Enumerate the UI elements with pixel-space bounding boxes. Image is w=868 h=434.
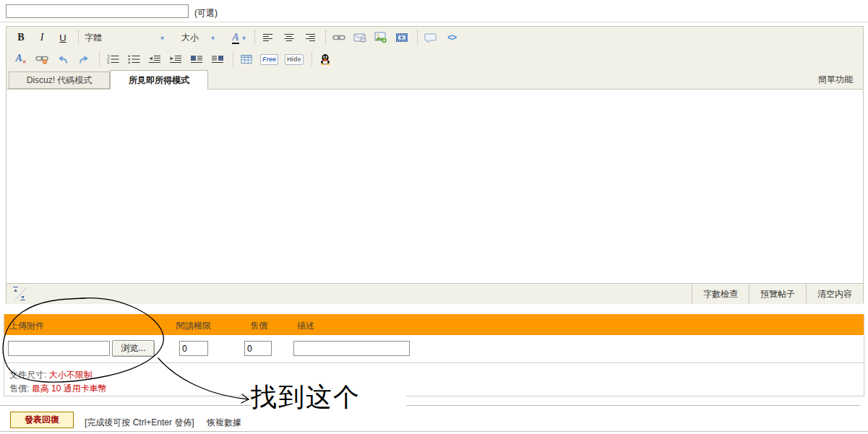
align-right-icon: [304, 32, 316, 43]
chevron-down-icon: ▾: [160, 34, 164, 42]
simple-mode-link[interactable]: 簡單功能: [818, 74, 853, 86]
insert-code-button[interactable]: <>: [444, 30, 459, 45]
redo-button[interactable]: [77, 52, 91, 67]
unordered-list-button[interactable]: [126, 52, 141, 67]
upload-attachment-header: 上傳附件: [9, 320, 44, 332]
insert-quote-button[interactable]: [424, 30, 438, 45]
redo-icon: [78, 55, 90, 64]
image-float-right-icon: [211, 54, 224, 64]
bold-button[interactable]: B: [14, 30, 28, 45]
tab-wysiwyg-mode[interactable]: 所見即所得模式: [110, 70, 208, 90]
attachment-header-bar: 上傳附件 閱讀權限 售價 描述: [4, 314, 864, 335]
email-icon: [353, 32, 367, 43]
hide-tag-button[interactable]: Hide: [285, 52, 304, 67]
toolbar-separator: [233, 52, 233, 66]
image-float-left-icon: [190, 54, 203, 64]
indent-button[interactable]: [168, 52, 183, 67]
price-limit-label: 售價:: [9, 383, 29, 394]
post-reply-page: (可選) B I U 字體 ▾ 大小 ▾ A ▾: [0, 0, 868, 434]
table-icon: [241, 54, 252, 64]
clear-content-button[interactable]: 清空内容: [806, 284, 863, 304]
subject-input[interactable]: [6, 4, 189, 18]
price-header: 售價: [250, 320, 267, 332]
insert-image-button[interactable]: [374, 30, 388, 45]
outdent-button[interactable]: [147, 52, 162, 67]
price-limit-value: 最高 10 通用卡車幣: [32, 383, 107, 394]
file-size-line: 文件尺寸: 大小不限制: [9, 368, 864, 382]
indent-icon: [169, 54, 182, 64]
toolbar-separator: [311, 52, 312, 66]
preview-post-button[interactable]: 預覽帖子: [749, 284, 806, 304]
description-header: 描述: [297, 320, 314, 332]
editor-resize-handle[interactable]: ▲ ▼: [11, 285, 33, 303]
read-permission-header: 閱讀權限: [176, 320, 211, 332]
editor-panel: B I U 字體 ▾ 大小 ▾ A ▾: [6, 26, 864, 303]
file-size-label: 文件尺寸:: [9, 370, 46, 380]
remove-format-button[interactable]: A×: [14, 52, 28, 67]
editor-content-area[interactable]: [7, 90, 863, 283]
footer-divider: [0, 405, 860, 406]
ordered-list-icon: [106, 54, 119, 64]
subject-optional-hint: (可選): [194, 7, 218, 19]
submit-reply-button[interactable]: 發表回復: [10, 412, 74, 428]
ctrl-enter-hint: [完成後可按 Ctrl+Enter 發佈]: [85, 417, 194, 429]
resize-up-icon: ▲: [13, 287, 18, 292]
price-input[interactable]: [244, 341, 272, 356]
align-center-button[interactable]: [282, 30, 296, 45]
description-input[interactable]: [293, 341, 410, 356]
browse-button[interactable]: 浏览...: [112, 340, 155, 357]
insert-email-button[interactable]: [353, 30, 367, 45]
attachment-input-row: 浏览...: [4, 335, 864, 363]
font-family-select[interactable]: 字體 ▾: [85, 32, 164, 44]
italic-button[interactable]: I: [35, 30, 49, 45]
resize-down-icon: ▼: [20, 295, 25, 300]
bottom-divider: [0, 431, 868, 432]
font-family-label: 字體: [85, 32, 102, 44]
image-float-left-button[interactable]: [189, 52, 204, 67]
editor-tabstrip: Discuz! 代碼模式 所見即所得模式 簡單功能: [7, 70, 863, 90]
underline-button[interactable]: U: [56, 30, 70, 45]
quote-bubble-icon: [424, 32, 437, 43]
toolbar-row-2: A× Free: [7, 48, 863, 70]
font-size-select[interactable]: 大小 ▾: [181, 32, 215, 44]
free-tag-icon: Free: [260, 54, 278, 65]
toolbar-separator: [325, 30, 326, 45]
font-color-picker[interactable]: A ▾: [232, 32, 246, 44]
file-path-input[interactable]: [8, 341, 110, 356]
attachment-panel: 上傳附件 閱讀權限 售價 描述 浏览... 文件尺寸: 大小不限制 售價: 最高…: [4, 314, 864, 396]
image-icon: [374, 32, 387, 43]
remove-format-icon: A×: [15, 53, 26, 66]
restore-data-link[interactable]: 恢複數據: [207, 417, 241, 429]
align-left-icon: [262, 32, 274, 43]
qq-emoticon-button[interactable]: [318, 52, 332, 67]
free-tag-button[interactable]: Free: [260, 52, 278, 67]
read-permission-input[interactable]: [179, 341, 208, 356]
toolbar-separator: [254, 30, 255, 45]
chevron-down-icon: ▾: [211, 34, 215, 42]
qq-penguin-icon: [319, 53, 331, 65]
insert-flash-button[interactable]: [395, 30, 409, 45]
top-divider: [0, 22, 868, 22]
toolbar-row-1: B I U 字體 ▾ 大小 ▾ A ▾: [7, 27, 863, 48]
toolbar-separator: [78, 30, 79, 45]
tab-discuz-code-mode[interactable]: Discuz! 代碼模式: [9, 71, 110, 89]
image-float-right-button[interactable]: [210, 52, 225, 67]
word-count-button[interactable]: 字數檢查: [692, 284, 749, 304]
attachment-info: 文件尺寸: 大小不限制 售價: 最高 10 通用卡車幣: [4, 363, 864, 396]
font-size-label: 大小: [181, 32, 199, 44]
editor-actions: 字數檢查 預覽帖子 清空内容: [692, 284, 863, 304]
undo-button[interactable]: [56, 52, 70, 67]
insert-link-button[interactable]: [332, 30, 346, 45]
unlink-button[interactable]: [35, 52, 49, 67]
align-left-button[interactable]: [261, 30, 275, 45]
ordered-list-button[interactable]: [106, 52, 120, 67]
outdent-icon: [148, 54, 161, 64]
toolbar-separator: [417, 30, 418, 45]
insert-table-button[interactable]: [239, 52, 254, 67]
hide-tag-icon: Hide: [285, 54, 304, 65]
price-limit-line: 售價: 最高 10 通用卡車幣: [9, 382, 864, 396]
editor-status-bar: ▲ ▼ 字數檢查 預覽帖子 清空内容: [7, 283, 863, 304]
align-right-button[interactable]: [303, 30, 317, 45]
unlink-icon: [35, 54, 48, 64]
annotation-find-this-text: 找到这个: [251, 381, 406, 414]
